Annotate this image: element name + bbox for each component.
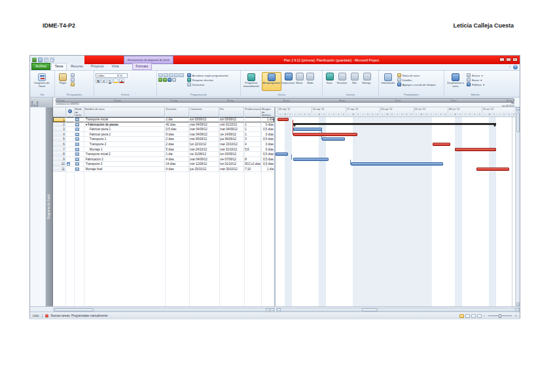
- table-row[interactable]: 9Fabricación 24 díasmar 04/09/12vie 07/0…: [53, 157, 274, 162]
- table-scroll-left-icon[interactable]: ◂: [266, 308, 270, 312]
- task-start-cell[interactable]: mar 04/09/12: [189, 127, 219, 132]
- find-button[interactable]: Buscar ▾: [467, 73, 503, 77]
- task-usage-shortcut-icon[interactable]: [465, 314, 470, 318]
- col-predecessors-header[interactable]: Predecesoras: [244, 107, 261, 116]
- move-button[interactable]: Mover: [295, 72, 304, 91]
- task-start-cell[interactable]: jue 25/10/12: [189, 167, 219, 171]
- gantt-bar-red[interactable]: [278, 118, 289, 121]
- table-scroll-right-icon[interactable]: ▸: [270, 308, 274, 312]
- task-mode-cell[interactable]: [75, 132, 84, 137]
- timeline-bar[interactable]: 03 sep10 sep17 sep24 sep01 oct08 oct15 o…: [56, 98, 514, 103]
- percent-75-icon[interactable]: [174, 73, 179, 77]
- underline-button[interactable]: S: [107, 79, 113, 83]
- col-duration-header[interactable]: Duración: [165, 107, 189, 116]
- minimize-icon[interactable]: –: [499, 58, 505, 62]
- task-mode-cell[interactable]: [75, 117, 84, 122]
- zoom-slider[interactable]: [488, 315, 512, 316]
- task-start-cell[interactable]: mié 12/09/12: [189, 162, 219, 166]
- col-mode-header[interactable]: Modo de tarea: [75, 107, 84, 116]
- table-row[interactable]: 5Transporte 12 díasmié 05/09/12jue 06/09…: [53, 137, 274, 142]
- tab-archivo[interactable]: Archivo: [31, 63, 50, 70]
- task-slack-cell[interactable]: 0 días: [261, 122, 274, 127]
- task-name-cell[interactable]: Fabricar pieza 2: [84, 132, 166, 137]
- project-app-icon[interactable]: [32, 58, 37, 62]
- task-slack-cell[interactable]: 0,5 días: [261, 157, 274, 162]
- highlight-color-icon[interactable]: [113, 79, 118, 83]
- paste-button[interactable]: Pegar: [56, 72, 69, 91]
- task-predecessors-cell[interactable]: [244, 152, 261, 156]
- task-mode-cell[interactable]: [75, 122, 84, 127]
- task-mode-cell[interactable]: [75, 147, 84, 152]
- task-id-cell[interactable]: 6: [53, 142, 66, 147]
- tab-vista[interactable]: Vista: [108, 63, 123, 70]
- task-name-cell[interactable]: Fabricación 2: [84, 157, 166, 162]
- chart-scroll-right-icon[interactable]: ▸: [515, 308, 519, 312]
- col-slack-header[interactable]: Margen de demora total: [261, 107, 274, 116]
- link-tasks-icon[interactable]: [158, 78, 162, 82]
- task-predecessors-cell[interactable]: 1: [244, 127, 261, 132]
- task-duration-cell[interactable]: 4 días: [165, 167, 189, 171]
- task-id-cell[interactable]: 1: [53, 117, 66, 122]
- table-hscrollbar[interactable]: ◂ ▸: [53, 308, 275, 312]
- zoom-in-icon[interactable]: +: [515, 314, 517, 317]
- col-start-header[interactable]: Comienzo: [189, 107, 219, 116]
- split-task-icon[interactable]: [168, 78, 171, 82]
- col-id-header[interactable]: [53, 107, 66, 116]
- task-start-cell[interactable]: lun 03/09/12: [189, 117, 219, 122]
- task-mode-cell[interactable]: [75, 127, 84, 132]
- task-name-cell[interactable]: Montaje 1: [84, 147, 166, 152]
- task-name-cell[interactable]: Transporte inicial: [84, 117, 166, 122]
- task-predecessors-cell[interactable]: 3: [244, 137, 261, 141]
- task-name-cell[interactable]: Montaje final: [84, 167, 166, 171]
- fill-button[interactable]: Rellenar ▾: [467, 82, 503, 86]
- task-mode-cell[interactable]: [75, 142, 84, 147]
- add-to-timeline-button[interactable]: Agregar a escala de tiempos: [397, 82, 442, 86]
- mode-button[interactable]: Modo: [306, 72, 315, 91]
- task-id-cell[interactable]: 7: [53, 147, 66, 152]
- task-id-cell[interactable]: 11: [53, 167, 66, 171]
- task-finish-cell[interactable]: jue 06/09/12: [219, 137, 244, 141]
- tab-tarea[interactable]: Tarea: [51, 63, 67, 70]
- table-row[interactable]: 11Montaje final4 díasjue 25/10/12mar 30/…: [53, 167, 274, 172]
- respect-links-button[interactable]: Respetar vínculos: [187, 78, 239, 82]
- table-row[interactable]: 3Fabricar pieza 10,5 díasmar 04/09/12mar…: [53, 127, 274, 132]
- task-slack-cell[interactable]: 0 días: [261, 142, 274, 147]
- task-predecessors-cell[interactable]: 5;6: [244, 147, 261, 152]
- task-duration-cell[interactable]: 1 día: [165, 117, 189, 122]
- task-id-cell[interactable]: 5: [53, 137, 66, 141]
- insert-deliverable-button[interactable]: Entrega: [361, 72, 372, 91]
- col-indicators-header[interactable]: [66, 107, 75, 116]
- task-slack-cell[interactable]: 0 días: [261, 147, 274, 152]
- vertical-scrollbar[interactable]: ▲ ▼: [515, 107, 520, 306]
- bold-button[interactable]: N: [96, 79, 101, 83]
- task-name-cell[interactable]: ▾ Fabricación de piezas: [84, 122, 166, 127]
- task-finish-cell[interactable]: lun 01/10/12: [219, 162, 244, 166]
- insert-summary-button[interactable]: Resumen: [336, 72, 348, 91]
- help-icon[interactable]: ?: [513, 65, 518, 69]
- task-predecessors-cell[interactable]: 9CC+2 días: [244, 162, 261, 166]
- close-icon[interactable]: ✕: [512, 58, 518, 62]
- gantt-bar-blue[interactable]: [351, 162, 443, 166]
- task-finish-cell[interactable]: mar 04/09/12: [219, 127, 244, 132]
- tab-formato[interactable]: Formato: [132, 63, 152, 70]
- task-mode-cell[interactable]: [75, 167, 84, 171]
- task-predecessors-cell[interactable]: 4: [244, 142, 261, 147]
- scroll-down-icon[interactable]: ▼: [516, 302, 520, 306]
- task-name-cell[interactable]: Transporte 2: [84, 142, 166, 147]
- task-predecessors-cell[interactable]: 8: [244, 157, 261, 162]
- table-row[interactable]: 7Montaje 15 díasmié 24/10/12mié 31/10/12…: [53, 147, 274, 152]
- task-id-cell[interactable]: 10: [53, 162, 66, 166]
- tab-proyecto[interactable]: Proyecto: [87, 63, 108, 70]
- status-new-tasks[interactable]: Nuevas tareas: Programadas manualmente: [51, 314, 108, 317]
- undo-icon[interactable]: ↶: [44, 58, 48, 62]
- task-duration-cell[interactable]: 9 días: [165, 132, 189, 137]
- task-start-cell[interactable]: mar 04/09/12: [189, 122, 219, 127]
- gantt-bar-summary[interactable]: [293, 123, 496, 125]
- task-id-cell[interactable]: 2: [53, 122, 66, 127]
- col-name-header[interactable]: Nombre de tarea: [84, 107, 166, 116]
- italic-button[interactable]: K: [101, 79, 107, 83]
- chart-scroll-left-icon[interactable]: ◂: [277, 308, 281, 312]
- resource-sheet-shortcut-icon[interactable]: [477, 314, 482, 318]
- task-mode-cell[interactable]: [75, 157, 84, 162]
- percent-25-icon[interactable]: [164, 73, 168, 77]
